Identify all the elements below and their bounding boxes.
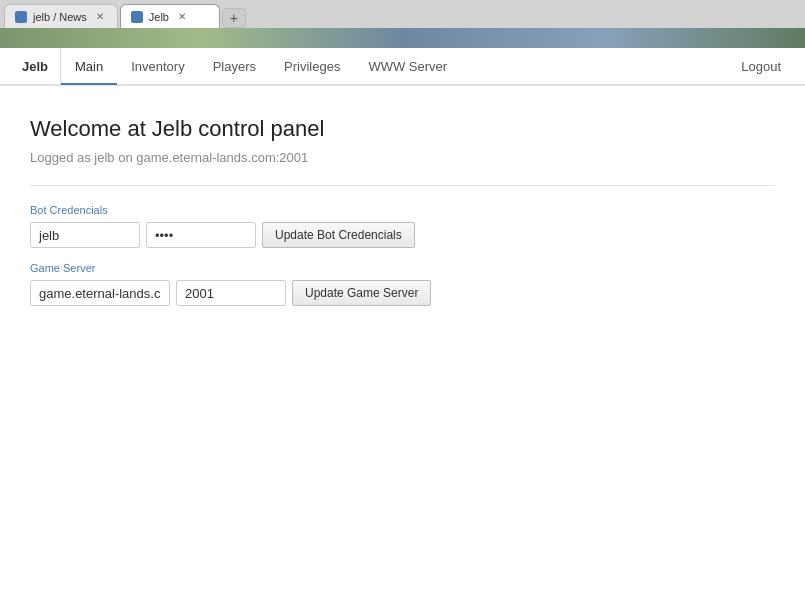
tab-jelb-close[interactable]: ✕	[175, 10, 189, 24]
tab-jelb[interactable]: Jelb ✕	[120, 4, 220, 28]
nav-item-inventory[interactable]: Inventory	[117, 49, 198, 85]
nav-item-wwwserver[interactable]: WWW Server	[354, 49, 461, 85]
app-nav: Jelb Main Inventory Players Privileges W…	[0, 48, 805, 86]
nav-items: Main Inventory Players Privileges WWW Se…	[61, 48, 727, 84]
game-server-form: Update Game Server	[30, 280, 775, 306]
tab-news-label: jelb / News	[33, 11, 87, 23]
nav-item-players[interactable]: Players	[199, 49, 270, 85]
new-tab-button[interactable]: +	[222, 8, 246, 28]
nav-item-privileges[interactable]: Privileges	[270, 49, 354, 85]
update-bot-credentials-button[interactable]: Update Bot Credencials	[262, 222, 415, 248]
browser-chrome: jelb / News ✕ Jelb ✕ +	[0, 0, 805, 28]
logout-button[interactable]: Logout	[727, 59, 795, 74]
tab-news[interactable]: jelb / News ✕	[4, 4, 118, 28]
bot-credentials-form: Update Bot Credencials	[30, 222, 775, 248]
top-image-bar	[0, 28, 805, 48]
nav-brand: Jelb	[10, 48, 61, 84]
tab-jelb-favicon	[131, 11, 143, 23]
bot-username-input[interactable]	[30, 222, 140, 248]
game-port-input[interactable]	[176, 280, 286, 306]
bot-password-input[interactable]	[146, 222, 256, 248]
tab-news-close[interactable]: ✕	[93, 10, 107, 24]
tab-news-favicon	[15, 11, 27, 23]
tab-bar: jelb / News ✕ Jelb ✕ +	[4, 0, 246, 28]
update-game-server-button[interactable]: Update Game Server	[292, 280, 431, 306]
nav-item-main[interactable]: Main	[61, 49, 117, 85]
tab-jelb-label: Jelb	[149, 11, 169, 23]
page-title: Welcome at Jelb control panel	[30, 116, 775, 142]
game-server-input[interactable]	[30, 280, 170, 306]
bot-credentials-label: Bot Credencials	[30, 204, 775, 216]
main-content: Welcome at Jelb control panel Logged as …	[0, 86, 805, 340]
game-server-label: Game Server	[30, 262, 775, 274]
logged-as-text: Logged as jelb on game.eternal-lands.com…	[30, 150, 775, 165]
divider	[30, 185, 775, 186]
